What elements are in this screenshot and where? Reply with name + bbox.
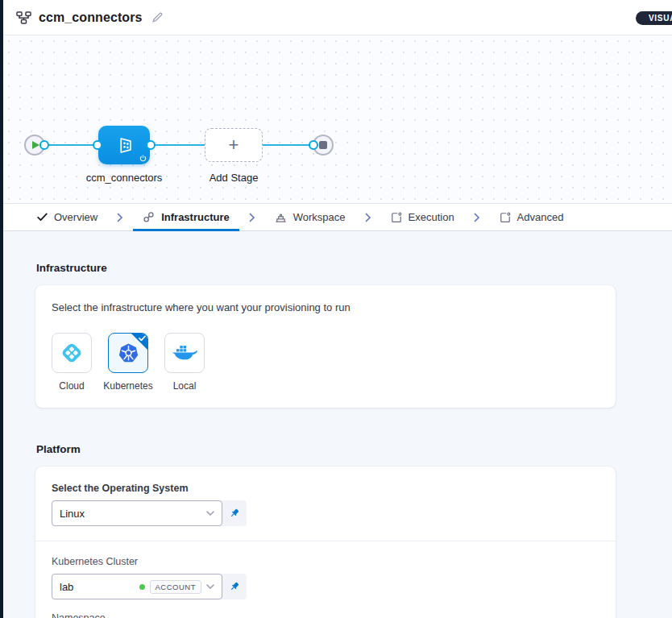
os-pin-button[interactable]: [222, 500, 247, 526]
edge-addstage-to-end: [261, 144, 314, 146]
plus-icon: +: [229, 135, 239, 156]
tile-label: Kubernetes: [103, 380, 152, 392]
tab-workspace[interactable]: Workspace: [265, 204, 355, 230]
docker-icon: [172, 343, 197, 363]
chevron-right-icon: [249, 213, 255, 222]
infrastructure-card: Select the infrastructure where you want…: [35, 285, 616, 408]
tab-label: Advanced: [517, 211, 564, 223]
infrastructure-options: Cloud: [52, 333, 599, 392]
iacm-stage-icon: [114, 135, 135, 156]
cloud-tile[interactable]: [52, 333, 92, 373]
os-select[interactable]: Linux: [52, 500, 222, 526]
cluster-field-label: Kubernetes Cluster: [52, 556, 599, 567]
cluster-pin-button[interactable]: [222, 574, 247, 599]
tab-label: Overview: [54, 211, 97, 223]
chevron-right-icon: [117, 213, 123, 222]
chevron-right-icon: [365, 213, 371, 222]
check-icon: [37, 213, 48, 222]
end-node-in-port[interactable]: [309, 140, 318, 150]
infrastructure-section-title: Infrastructure: [36, 262, 640, 274]
pipeline-canvas[interactable]: + ccm_connectors Add Stage: [3, 35, 672, 203]
infrastructure-icon: [143, 211, 155, 223]
cluster-select[interactable]: lab ACCOUNT: [52, 574, 222, 599]
cluster-field-group: lab ACCOUNT: [52, 574, 247, 599]
tab-overview[interactable]: Overview: [27, 204, 107, 230]
page-title: ccm_connectors: [39, 10, 143, 25]
pin-icon: [229, 581, 240, 592]
advanced-icon: [500, 212, 511, 223]
selected-check-icon: [139, 335, 146, 342]
infra-option-local: Local: [164, 333, 205, 392]
stage-name-label[interactable]: ccm_connectors: [73, 172, 176, 184]
card-divider: [35, 541, 616, 541]
cluster-select-value: lab: [60, 581, 135, 593]
tile-label: Local: [173, 380, 197, 392]
play-icon: [32, 141, 39, 149]
chevron-down-icon: [206, 511, 214, 516]
edit-pipeline-name-icon[interactable]: [151, 11, 164, 23]
tab-advanced[interactable]: Advanced: [490, 204, 574, 230]
tab-label: Execution: [409, 211, 454, 223]
pin-icon: [229, 508, 240, 519]
infrastructure-prompt: Select the infrastructure where you want…: [52, 301, 599, 313]
visual-toggle-label: VISUAL: [649, 14, 672, 23]
stage-out-port[interactable]: [146, 140, 156, 150]
stage-power-icon: [139, 155, 147, 162]
pipeline-icon: [16, 11, 31, 24]
add-stage-label[interactable]: Add Stage: [201, 172, 266, 184]
infra-option-kubernetes: Kubernetes: [108, 333, 148, 392]
stop-icon: [319, 141, 327, 149]
connector-status-dot: [139, 584, 145, 590]
namespace-field-label: Namespace: [52, 612, 599, 618]
visual-yaml-toggle[interactable]: VISUAL: [636, 11, 672, 25]
os-select-value: Linux: [60, 508, 201, 520]
chevron-down-icon: [206, 584, 214, 589]
os-field-group: Linux: [52, 500, 247, 526]
stage-config-tabbar: Overview Infrastructure Workspace: [3, 203, 672, 231]
edge-stage-to-addstage: [148, 144, 206, 146]
chevron-right-icon: [474, 213, 480, 222]
infra-option-cloud: Cloud: [52, 333, 92, 392]
os-field-label: Select the Operating System: [52, 483, 599, 494]
kubernetes-tile[interactable]: [108, 333, 148, 373]
tab-infrastructure[interactable]: Infrastructure: [133, 204, 239, 230]
edge-start-to-stage: [42, 144, 100, 146]
workspace-icon: [275, 212, 287, 223]
platform-section-title: Platform: [36, 443, 640, 455]
execution-icon: [391, 212, 402, 223]
stage-node-ccm-connectors[interactable]: [98, 126, 150, 164]
tile-label: Cloud: [59, 380, 84, 392]
infrastructure-tab-content: Infrastructure Select the infrastructure…: [3, 231, 672, 618]
local-tile[interactable]: [164, 333, 205, 373]
tab-execution[interactable]: Execution: [381, 204, 464, 230]
pipeline-header: ccm_connectors VISUAL: [3, 0, 672, 35]
collapsed-sidebar-edge: [0, 0, 3, 618]
start-node-out-port[interactable]: [39, 140, 49, 150]
scope-badge: ACCOUNT: [150, 580, 201, 594]
tab-label: Workspace: [293, 211, 346, 223]
tab-label: Infrastructure: [161, 211, 230, 223]
add-stage-button[interactable]: +: [205, 128, 263, 162]
platform-card: Select the Operating System Linux: [35, 467, 616, 618]
stage-in-port[interactable]: [93, 140, 102, 150]
harness-cloud-icon: [59, 340, 85, 366]
